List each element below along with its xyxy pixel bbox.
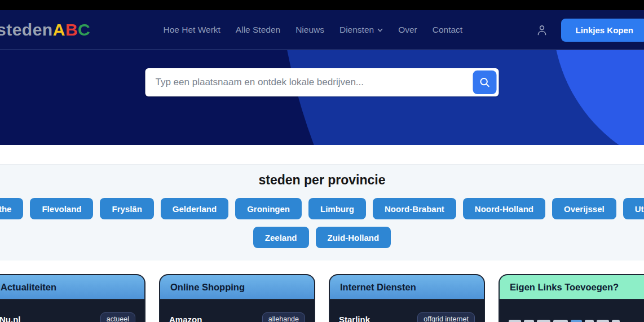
nav-item-alle-steden[interactable]: Alle Steden bbox=[236, 25, 280, 35]
province-button-noord-holland[interactable]: Noord-Holland bbox=[463, 198, 545, 219]
provinces-section: steden per provincie Drenthe Flevoland F… bbox=[0, 164, 644, 261]
card-header: Eigen Links Toevoegen? bbox=[500, 275, 644, 300]
person-icon[interactable] bbox=[535, 23, 549, 37]
card-body: Nu.nl actueel bbox=[0, 300, 144, 322]
tag-badge: allehande bbox=[262, 312, 305, 322]
province-button-noord-brabant[interactable]: Noord-Brabant bbox=[373, 198, 456, 219]
card-eigen-links: Eigen Links Toevoegen? bbox=[499, 274, 644, 322]
spacer bbox=[0, 261, 644, 274]
province-button-gelderland[interactable]: Gelderland bbox=[161, 198, 228, 219]
province-button-overijssel[interactable]: Overijssel bbox=[552, 198, 616, 219]
logo-letter-c: C bbox=[78, 20, 90, 39]
nav-item-diensten[interactable]: Diensten bbox=[339, 25, 383, 35]
list-item[interactable]: Nu.nl actueel bbox=[0, 312, 135, 322]
hero-decor-circle bbox=[553, 50, 644, 145]
province-button-utrecht[interactable]: Utrecht bbox=[623, 198, 644, 219]
nav-right-group: Linkjes Kopen bbox=[535, 19, 644, 42]
province-button-groningen[interactable]: Groningen bbox=[235, 198, 302, 219]
search-button[interactable] bbox=[473, 70, 497, 94]
province-button-zuid-holland[interactable]: Zuid-Holland bbox=[316, 227, 391, 248]
search-input[interactable] bbox=[148, 70, 473, 94]
link-name[interactable]: Starlink bbox=[339, 315, 370, 322]
top-black-strip bbox=[0, 0, 644, 10]
linkjes-kopen-button[interactable]: Linkjes Kopen bbox=[561, 19, 644, 42]
nav-item-contact[interactable]: Contact bbox=[433, 25, 462, 35]
link-name[interactable]: Nu.nl bbox=[0, 315, 21, 322]
province-row-2: Zeeland Zuid-Holland bbox=[0, 227, 644, 248]
spacer bbox=[0, 145, 644, 164]
hero-banner bbox=[0, 50, 644, 145]
page: stedenABC Hoe Het Werkt Alle Steden Nieu… bbox=[0, 0, 644, 322]
card-body: Starlink offgrid internet bbox=[330, 300, 484, 322]
province-row-1: Drenthe Flevoland Fryslân Gelderland Gro… bbox=[0, 198, 644, 219]
card-actualiteiten: Actualiteiten Nu.nl actueel bbox=[0, 274, 145, 322]
province-button-fryslan[interactable]: Fryslân bbox=[100, 198, 153, 219]
card-header: Actualiteiten bbox=[0, 275, 144, 300]
card-online-shopping: Online Shopping Amazon allehande bbox=[159, 274, 315, 322]
logo-text-gray: steden bbox=[0, 20, 53, 39]
list-item[interactable]: Amazon allehande bbox=[169, 312, 305, 322]
site-logo[interactable]: stedenABC bbox=[0, 20, 90, 39]
nav-item-nieuws[interactable]: Nieuws bbox=[295, 25, 324, 35]
list-item[interactable]: Starlink offgrid internet bbox=[339, 312, 475, 322]
chevron-down-icon bbox=[377, 28, 383, 32]
link-name[interactable]: Amazon bbox=[169, 315, 202, 322]
logo-letter-b: B bbox=[65, 20, 78, 39]
logo-letter-a: A bbox=[53, 20, 65, 39]
magnifier-icon bbox=[479, 77, 491, 88]
province-button-limburg[interactable]: Limburg bbox=[308, 198, 366, 219]
province-button-drenthe[interactable]: Drenthe bbox=[0, 198, 23, 219]
nav-menu: Hoe Het Werkt Alle Steden Nieuws Dienste… bbox=[90, 25, 535, 35]
nav-item-hoe-het-werkt[interactable]: Hoe Het Werkt bbox=[164, 25, 220, 35]
section-title: steden per provincie bbox=[0, 173, 644, 188]
card-body bbox=[500, 300, 644, 322]
province-button-flevoland[interactable]: Flevoland bbox=[30, 198, 93, 219]
card-body: Amazon allehande bbox=[160, 300, 314, 322]
tag-badge: offgrid internet bbox=[417, 312, 475, 322]
card-header: Internet Diensten bbox=[330, 275, 484, 300]
card-header: Online Shopping bbox=[160, 275, 314, 300]
search-bar bbox=[145, 68, 499, 96]
card-internet-diensten: Internet Diensten Starlink offgrid inter… bbox=[329, 274, 485, 322]
cutoff-large-text bbox=[509, 320, 644, 322]
province-button-zeeland[interactable]: Zeeland bbox=[253, 227, 309, 248]
navbar: stedenABC Hoe Het Werkt Alle Steden Nieu… bbox=[0, 10, 644, 50]
link-cards-row: Actualiteiten Nu.nl actueel Online Shopp… bbox=[0, 274, 644, 322]
tag-badge: actueel bbox=[100, 312, 135, 322]
nav-item-over[interactable]: Over bbox=[398, 25, 417, 35]
